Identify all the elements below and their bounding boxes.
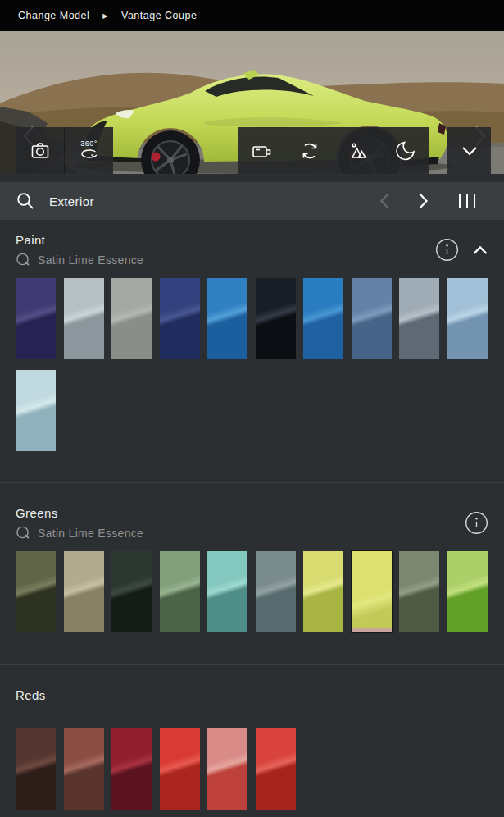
magnifier-icon [15, 190, 36, 212]
three-bars-icon [456, 192, 478, 210]
next-category-button[interactable] [418, 192, 429, 210]
color-swatch[interactable] [64, 278, 104, 359]
q-badge-icon [16, 526, 30, 541]
hero-car-viewer: 360° [0, 31, 504, 174]
section-header-paint: Paint Satin Lime Essence [0, 220, 504, 278]
section-header-reds: Reds [0, 665, 504, 728]
color-swatch[interactable] [256, 728, 296, 810]
search-button[interactable] [15, 190, 36, 212]
info-icon [465, 511, 488, 535]
viewer-toolbar: 360° [0, 127, 504, 174]
layout-options-button[interactable] [456, 192, 478, 210]
color-swatch[interactable] [303, 278, 343, 359]
section-title: Greens [16, 506, 465, 521]
section-header-greens: Greens Satin Lime Essence [0, 483, 504, 551]
category-selector-bar: Exterior [0, 182, 504, 220]
camera-icon [29, 139, 52, 162]
chevron-down-icon [460, 145, 479, 157]
color-swatch[interactable] [160, 728, 200, 810]
color-swatch[interactable] [256, 551, 296, 632]
section-divider [0, 664, 504, 665]
video-mode-button[interactable] [238, 127, 286, 174]
color-swatch[interactable] [111, 278, 152, 359]
rotate-360-icon: 360° [79, 140, 99, 161]
section-divider [0, 482, 504, 483]
chevron-up-icon [472, 245, 488, 255]
color-swatch[interactable] [399, 278, 439, 359]
color-swatch[interactable] [111, 551, 152, 632]
greens-swatch-grid [0, 551, 504, 632]
color-swatch[interactable] [256, 278, 296, 359]
refresh-icon [298, 139, 321, 162]
reset-view-button[interactable] [286, 127, 334, 174]
collapse-section-button[interactable] [472, 245, 488, 255]
info-icon [435, 238, 459, 262]
section-title: Paint [16, 233, 435, 248]
color-swatch[interactable] [64, 551, 104, 632]
breadcrumb: Change Model ▶ Vantage Coupe [0, 0, 504, 31]
change-model-link[interactable]: Change Model [18, 10, 89, 21]
chevron-right-icon [418, 192, 429, 210]
video-camera-icon [250, 139, 273, 162]
crescent-moon-icon [394, 139, 417, 162]
color-swatch[interactable] [207, 278, 247, 359]
selected-swatch-indicator [352, 628, 392, 632]
breadcrumb-arrow-icon: ▶ [102, 12, 108, 20]
category-label: Exterior [49, 194, 379, 208]
reds-swatch-grid [0, 728, 504, 810]
collapse-toolbar-button[interactable] [447, 127, 491, 174]
color-swatch[interactable] [352, 551, 392, 632]
color-swatch[interactable] [303, 551, 343, 632]
selected-color-name: Satin Lime Essence [38, 527, 143, 540]
color-swatch[interactable] [399, 551, 439, 632]
model-name: Vantage Coupe [121, 10, 197, 21]
color-swatch[interactable] [111, 728, 152, 810]
color-swatch[interactable] [160, 551, 200, 632]
selected-color-name: Satin Lime Essence [38, 253, 143, 267]
color-swatch[interactable] [64, 728, 104, 810]
mountains-icon [346, 139, 369, 162]
previous-category-button[interactable] [379, 192, 390, 210]
paint-info-button[interactable] [435, 238, 459, 262]
options-panel: Exterior Paint [0, 182, 504, 817]
night-mode-button[interactable] [382, 127, 430, 174]
color-swatch[interactable] [447, 551, 488, 632]
color-swatch[interactable] [160, 278, 200, 359]
environment-button[interactable] [334, 127, 382, 174]
section-title: Reds [16, 688, 488, 703]
chevron-left-icon [379, 192, 390, 210]
color-swatch[interactable] [207, 728, 247, 810]
color-swatch[interactable] [352, 278, 392, 359]
color-swatch[interactable] [16, 278, 56, 359]
color-swatch[interactable] [16, 728, 56, 810]
paint-swatch-grid [0, 278, 504, 451]
rotate-360-button[interactable]: 360° [64, 127, 113, 174]
q-badge-icon [16, 253, 30, 267]
color-swatch[interactable] [447, 278, 488, 359]
screenshot-button[interactable] [16, 127, 64, 174]
color-swatch[interactable] [16, 551, 56, 632]
color-swatch[interactable] [207, 551, 247, 632]
color-swatch[interactable] [16, 370, 56, 451]
greens-info-button[interactable] [465, 511, 488, 535]
configurator-app: Change Model ▶ Vantage Coupe [0, 0, 504, 817]
